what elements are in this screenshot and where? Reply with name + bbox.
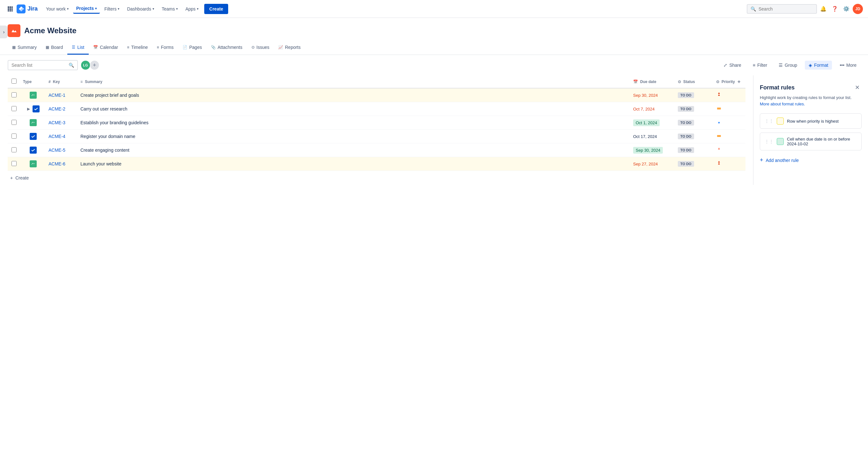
issue-key[interactable]: ACME-3 xyxy=(49,120,65,125)
search-input[interactable] xyxy=(758,6,813,11)
add-rule-button[interactable]: + Add another rule xyxy=(760,154,862,166)
logo-text: Jira xyxy=(27,5,38,12)
search-list-box[interactable]: 🔍 xyxy=(8,60,78,70)
rule-color-swatch-2 xyxy=(777,138,784,145)
nav-teams[interactable]: Teams ▾ xyxy=(159,4,181,13)
calendar-icon: 📅 xyxy=(93,45,98,50)
row-checkbox[interactable] xyxy=(11,106,17,111)
col-header-type[interactable]: Type xyxy=(21,75,46,88)
row-checkbox[interactable] xyxy=(11,92,17,97)
board-icon: ▦ xyxy=(45,45,49,50)
project-title: Acme Website xyxy=(24,26,76,35)
settings-button[interactable]: ⚙️ xyxy=(841,4,851,14)
avatar-user1[interactable]: LG xyxy=(81,60,91,70)
group-button[interactable]: ☰ Group xyxy=(775,61,801,69)
tab-forms[interactable]: ≡ Forms xyxy=(152,41,178,55)
expand-row-button[interactable]: ▶ xyxy=(27,107,30,111)
search-list-input[interactable] xyxy=(11,63,66,68)
issue-due-date: Oct 1, 2024 xyxy=(630,116,675,130)
issue-due-date: Sep 27, 2024 xyxy=(630,157,675,171)
tab-attachments[interactable]: 📎 Attachments xyxy=(207,41,247,55)
share-button[interactable]: ⤢ Share xyxy=(720,61,745,69)
issue-type-icon xyxy=(30,133,37,140)
more-button[interactable]: ••• More xyxy=(836,61,860,69)
priority-icon xyxy=(716,120,722,126)
tab-pages[interactable]: 📄 Pages xyxy=(178,41,207,55)
search-list-icon: 🔍 xyxy=(69,63,74,68)
tab-list[interactable]: ☰ List xyxy=(67,41,89,55)
search-icon: 🔍 xyxy=(750,6,756,11)
drag-handle-icon-2[interactable]: ⋮⋮ xyxy=(765,139,774,144)
add-avatar-button[interactable]: + xyxy=(89,60,99,70)
col-header-status[interactable]: ⊙Status xyxy=(675,75,714,88)
main-layout: Type #Key ≡Summary 📅Due date ⊙Status xyxy=(0,75,868,185)
issue-due-date: Oct 7, 2024 xyxy=(630,102,675,116)
nav-apps[interactable]: Apps ▾ xyxy=(182,4,202,13)
col-header-key[interactable]: #Key xyxy=(46,75,78,88)
nav-filters[interactable]: Filters ▾ xyxy=(101,4,123,13)
format-panel-close-button[interactable]: ✕ xyxy=(853,83,862,92)
tab-summary[interactable]: ▦ Summary xyxy=(8,41,41,55)
issue-key[interactable]: ACME-5 xyxy=(49,148,65,153)
filter-button[interactable]: ≡ Filter xyxy=(749,61,771,69)
create-button[interactable]: Create xyxy=(204,4,228,14)
issue-key[interactable]: ACME-2 xyxy=(49,106,65,112)
issue-priority xyxy=(714,88,745,102)
notifications-button[interactable]: 🔔 xyxy=(818,4,829,14)
issues-table: Type #Key ≡Summary 📅Due date ⊙Status xyxy=(8,75,745,171)
nav-dashboards[interactable]: Dashboards ▾ xyxy=(124,4,157,13)
row-checkbox[interactable] xyxy=(11,161,17,166)
nav-your-work[interactable]: Your work ▾ xyxy=(43,4,72,13)
select-all-checkbox[interactable] xyxy=(11,79,17,84)
issue-status[interactable]: TO DO xyxy=(675,88,714,102)
format-rule-2[interactable]: ⋮⋮ Cell when due date is on or before 20… xyxy=(760,133,862,150)
tab-issues[interactable]: ⊙ Issues xyxy=(247,41,274,55)
search-box[interactable]: 🔍 xyxy=(747,4,817,14)
issue-key[interactable]: ACME-1 xyxy=(49,93,65,98)
issue-due-date: Sep 30, 2024 xyxy=(630,143,675,157)
col-header-summary[interactable]: ≡Summary xyxy=(78,75,630,88)
drag-handle-icon[interactable]: ⋮⋮ xyxy=(765,118,774,123)
tab-reports[interactable]: 📈 Reports xyxy=(274,41,305,55)
project-icon xyxy=(8,24,21,37)
more-icon: ••• xyxy=(840,63,844,68)
row-checkbox[interactable] xyxy=(11,120,17,125)
issue-status[interactable]: TO DO xyxy=(675,143,714,157)
forms-icon: ≡ xyxy=(157,45,159,50)
format-rules-panel: Format rules ✕ Highlight work by creatin… xyxy=(753,75,868,185)
add-column-button[interactable]: + xyxy=(738,79,740,85)
user-avatar[interactable]: JD xyxy=(853,4,863,14)
issue-type-icon xyxy=(33,106,39,112)
issue-key[interactable]: ACME-6 xyxy=(49,161,65,166)
issue-status[interactable]: TO DO xyxy=(675,116,714,130)
col-header-priority[interactable]: ⊙Priority+ xyxy=(714,75,745,88)
grid-icon[interactable] xyxy=(5,4,15,14)
format-icon: ◈ xyxy=(809,63,812,68)
issues-icon: ⊙ xyxy=(251,45,255,50)
svg-rect-12 xyxy=(717,109,721,110)
create-issue-row[interactable]: + Create xyxy=(8,171,745,185)
issue-priority xyxy=(714,130,745,143)
format-rules-link[interactable]: More about format rules. xyxy=(760,102,805,106)
format-rule-1[interactable]: ⋮⋮ Row when priority is highest xyxy=(760,113,862,129)
issue-key[interactable]: ACME-4 xyxy=(49,134,65,139)
tab-board[interactable]: ▦ Board xyxy=(41,41,67,55)
issue-status[interactable]: TO DO xyxy=(675,157,714,171)
help-button[interactable]: ❓ xyxy=(830,4,840,14)
sidebar-toggle-button[interactable]: › xyxy=(0,26,8,38)
row-checkbox[interactable] xyxy=(11,147,17,152)
tab-calendar[interactable]: 📅 Calendar xyxy=(89,41,123,55)
nav-projects[interactable]: Projects ▾ xyxy=(73,4,100,14)
format-button[interactable]: ◈ Format xyxy=(805,61,832,69)
svg-rect-2 xyxy=(11,6,13,8)
tab-timeline[interactable]: ≡ Timeline xyxy=(123,41,152,55)
jira-logo[interactable]: Jira xyxy=(17,4,38,13)
issue-priority xyxy=(714,157,745,171)
format-panel-header: Format rules ✕ xyxy=(760,83,862,92)
priority-icon xyxy=(716,148,722,153)
col-header-duedate[interactable]: 📅Due date xyxy=(630,75,675,88)
row-checkbox[interactable] xyxy=(11,134,17,139)
table-row: ▶ACME-2Carry out user researchOct 7, 202… xyxy=(8,102,745,116)
issue-status[interactable]: TO DO xyxy=(675,130,714,143)
issue-status[interactable]: TO DO xyxy=(675,102,714,116)
